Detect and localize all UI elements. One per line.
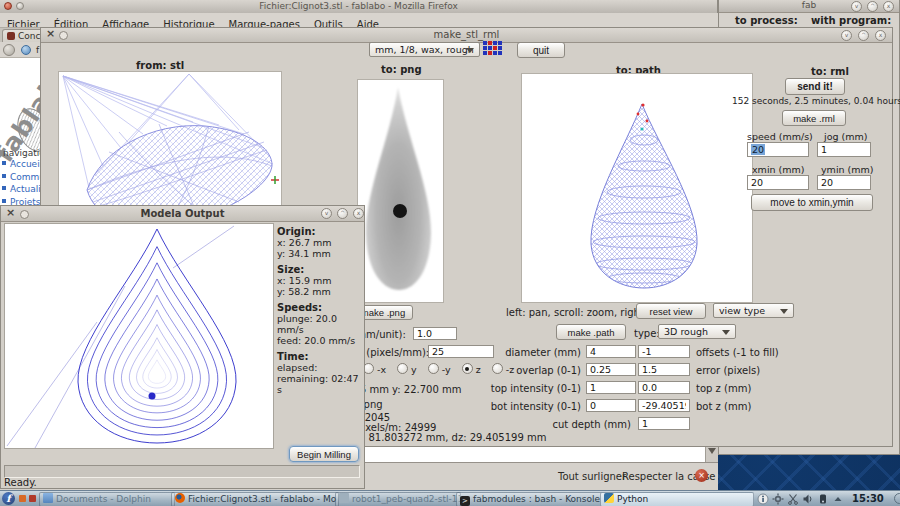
diameter-label: diameter (mm): [481, 347, 581, 358]
fab-modules-icon[interactable]: [483, 41, 505, 58]
modela-statusbar: Ready.: [4, 477, 37, 488]
findbar-close-icon[interactable]: ×: [695, 469, 708, 482]
task-robot-file[interactable]: robot1_peb-quad2-stl-110 (Co: [335, 492, 461, 506]
png-view-canvas[interactable]: [357, 79, 444, 303]
move-to-xmin-ymin-button[interactable]: move to xmin,ymin: [751, 194, 873, 211]
plunge-speed: plunge: 20.0 mm/s: [277, 313, 365, 335]
pager-edge-icon[interactable]: [894, 493, 900, 504]
quit-button[interactable]: quit: [517, 42, 565, 58]
settings-gear-icon[interactable]: [772, 493, 784, 505]
axis-option-y[interactable]: y: [397, 364, 417, 375]
bot-z-input[interactable]: [638, 399, 690, 412]
begin-milling-button[interactable]: Begin Milling: [289, 446, 359, 462]
overlap-label: overlap (0-1): [481, 365, 581, 376]
fab-shade-icon[interactable]: v: [851, 1, 862, 12]
python-icon: [604, 493, 614, 503]
cut-depth-input[interactable]: [638, 417, 690, 430]
task-firefox[interactable]: Fichier:Clignot3.stl - fablabo - Mo: [171, 492, 339, 506]
bot-intensity-input[interactable]: [586, 399, 636, 412]
make-rml-button[interactable]: make .rml: [782, 110, 846, 126]
quick-launch-icon-1[interactable]: [19, 495, 26, 502]
task-python[interactable]: Python: [600, 492, 754, 506]
task-label: Python: [617, 494, 648, 504]
axis-option-neg-y[interactable]: -y: [428, 364, 451, 375]
origin-y: y: 34.1 mm: [277, 248, 365, 259]
milling-progressbar: [4, 465, 360, 478]
view-type-select[interactable]: view type: [713, 303, 794, 318]
modela-close-circle-icon[interactable]: x: [353, 208, 364, 219]
path-view-canvas[interactable]: [521, 73, 753, 303]
fab-close-icon[interactable]: x: [883, 1, 894, 12]
make-minimize-icon[interactable]: v: [841, 30, 852, 41]
back-icon[interactable]: [3, 44, 15, 56]
make-close-circle-icon[interactable]: x: [875, 30, 886, 41]
toolpath-center-dot: [149, 393, 156, 400]
device-notifier-icon[interactable]: [817, 493, 829, 505]
volume-speaker-icon[interactable]: [802, 493, 814, 505]
offsets-label: offsets (-1 to fill): [696, 347, 779, 358]
units-input[interactable]: [413, 327, 457, 340]
clock[interactable]: 15:30: [852, 493, 884, 504]
axis-option-neg-x[interactable]: -x: [363, 364, 386, 375]
origin-heading: Origin:: [277, 226, 365, 237]
modela-titlebar[interactable]: × Modela Output v ^ x: [1, 206, 364, 222]
speed-input[interactable]: 20: [747, 142, 809, 157]
type-select[interactable]: 3D rough: [658, 324, 736, 339]
file-icon: [339, 493, 349, 503]
task-konsole[interactable]: >fabmodules : bash - Konsole: [456, 492, 604, 506]
to-process-label: to process:: [735, 15, 798, 26]
overlap-input[interactable]: [586, 363, 636, 376]
scroll-down-icon[interactable]: [708, 448, 716, 454]
desktop: Fichier:Clignot3.stl - fablabo - Mozilla…: [0, 0, 900, 506]
error-label: error (pixels): [696, 365, 760, 376]
toolpath-canvas[interactable]: [4, 223, 274, 449]
radio-z[interactable]: [462, 363, 473, 374]
send-it-button[interactable]: send it!: [785, 78, 845, 95]
view-type-value: view type: [719, 305, 765, 316]
time-remaining: remaining: 02:47 s: [277, 373, 365, 395]
from-stl-label: from: stl: [136, 60, 184, 71]
type-value: 3D rough: [664, 326, 708, 337]
notifier-info-icon[interactable]: [757, 493, 769, 505]
make-maximize-icon[interactable]: ^: [858, 30, 869, 41]
radio-y[interactable]: [397, 363, 408, 374]
globe-icon: [21, 45, 31, 55]
radio-neg-y[interactable]: [428, 363, 439, 374]
time-elapsed: elapsed:: [277, 362, 365, 373]
make-path-button[interactable]: make .path: [556, 324, 626, 340]
url-text[interactable]: f: [36, 45, 39, 55]
xmin-input[interactable]: [747, 175, 809, 190]
modela-info-panel: Origin: x: 26.7 mm y: 34.1 mm Size: x: 1…: [277, 226, 365, 395]
axis-option-z[interactable]: z: [462, 364, 481, 375]
size-y: y: 58.2 mm: [277, 286, 365, 297]
modela-maximize-icon[interactable]: ^: [337, 208, 348, 219]
png-info-delta: , dy: 81.803272 mm, dz: 29.405199 mm: [344, 432, 546, 443]
fedora-menu-icon[interactable]: f: [2, 492, 15, 505]
depth-dot: [393, 204, 407, 218]
quick-launch-icon-2[interactable]: [29, 495, 36, 502]
reset-view-button[interactable]: reset view: [636, 303, 706, 319]
preset-select[interactable]: mm, 1/8, wax, rough: [369, 42, 480, 57]
modela-minimize-icon[interactable]: v: [321, 208, 332, 219]
tray-expand-icon[interactable]: [832, 493, 844, 505]
ymin-input[interactable]: [817, 175, 871, 190]
dolphin-icon: [43, 493, 53, 503]
firefox-titlebar[interactable]: Fichier:Clignot3.stl - fablabo - Mozilla…: [0, 0, 717, 14]
axis-label: -y: [442, 364, 451, 375]
fab-titlebar[interactable]: fab v ^ x: [719, 0, 899, 13]
error-input[interactable]: [638, 363, 690, 376]
highlight-all-button[interactable]: Tout surligner: [558, 471, 626, 482]
diameter-input[interactable]: [586, 345, 636, 358]
offsets-input[interactable]: [638, 345, 690, 358]
top-intensity-input[interactable]: [586, 381, 636, 394]
jog-input[interactable]: [817, 142, 871, 157]
tab-favicon: [7, 32, 15, 40]
make-titlebar[interactable]: × make_stl_rml v ^ x: [41, 28, 892, 43]
top-z-input[interactable]: [638, 381, 690, 394]
top-z-label: top z (mm): [696, 383, 751, 394]
size-heading: Size:: [277, 264, 365, 275]
task-dolphin[interactable]: Documents - Dolphin: [39, 492, 175, 506]
task-label: fabmodules : bash - Konsole: [473, 494, 600, 504]
fab-maximize-icon[interactable]: ^: [867, 1, 878, 12]
klipper-scissors-icon[interactable]: [787, 493, 799, 505]
